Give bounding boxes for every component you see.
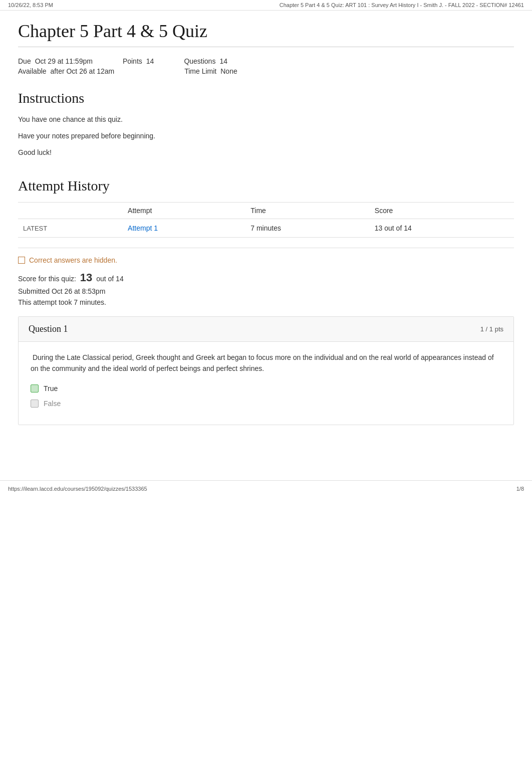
score-number: 13: [80, 271, 92, 284]
meta-due: Due Oct 29 at 11:59pm: [18, 57, 93, 65]
page-title: Chapter 5 Part 4 & 5 Quiz: [18, 21, 514, 47]
time-cell: 7 minutes: [245, 219, 370, 238]
points-label: Points: [123, 57, 142, 65]
question-1-header: Question 1 1 / 1 pts: [19, 317, 513, 342]
answer-true: True: [31, 384, 501, 393]
label-false: False: [44, 400, 61, 408]
main-content: Chapter 5 Part 4 & 5 Quiz Due Oct 29 at …: [0, 11, 532, 460]
question-1-points: 1 / 1 pts: [480, 325, 503, 333]
questions-value: 14: [219, 57, 227, 65]
radio-true[interactable]: [31, 384, 39, 393]
available-value: after Oct 26 at 12am: [51, 67, 115, 75]
latest-label: LATEST: [18, 219, 123, 238]
footer-page: 1/8: [516, 486, 524, 492]
meta-questions: Questions 14: [184, 57, 227, 65]
score-cell: 13 out of 14: [370, 219, 514, 238]
question-1-block: Question 1 1 / 1 pts During the Late Cla…: [18, 316, 514, 425]
attempt-history-heading: Attempt History: [18, 178, 514, 194]
browser-timestamp: 10/26/22, 8:53 PM: [8, 2, 53, 8]
answer-options: True False: [31, 384, 501, 408]
instructions-line-1: You have one chance at this quiz.: [18, 114, 514, 125]
attempt-1-link[interactable]: Attempt 1: [128, 224, 158, 232]
instructions-line-3: Good luck!: [18, 147, 514, 158]
question-1-body: During the Late Classical period, Greek …: [19, 342, 513, 425]
quiz-meta-row-1: Due Oct 29 at 11:59pm Points 14 Question…: [18, 57, 514, 65]
score-label: Score for this quiz:: [18, 275, 76, 283]
browser-page-title: Chapter 5 Part 4 & 5 Quiz: ART 101 : Sur…: [280, 2, 524, 8]
page-footer: https://ilearn.laccd.edu/courses/195092/…: [0, 480, 532, 497]
radio-false[interactable]: [31, 400, 39, 408]
points-value: 14: [146, 57, 154, 65]
attempt-history-section: Attempt History Attempt Time Score LATES…: [18, 178, 514, 238]
col-attempt: Attempt: [123, 203, 245, 219]
submitted-label: Submitted Oct 26 at 8:53pm: [18, 287, 514, 295]
correct-answers-text: Correct answers are hidden.: [29, 256, 117, 264]
time-limit-value: None: [220, 67, 237, 75]
meta-points: Points 14: [123, 57, 154, 65]
notice-icon: [18, 257, 25, 264]
col-time: Time: [245, 203, 370, 219]
correct-answers-notice: Correct answers are hidden.: [18, 256, 514, 264]
question-1-title: Question 1: [29, 324, 68, 334]
browser-bar: 10/26/22, 8:53 PM Chapter 5 Part 4 & 5 Q…: [0, 0, 532, 11]
quiz-meta: Due Oct 29 at 11:59pm Points 14 Question…: [18, 57, 514, 75]
label-true: True: [44, 384, 58, 393]
col-empty: [18, 203, 123, 219]
submission-info: Correct answers are hidden. Score for th…: [18, 248, 514, 306]
score-total: out of 14: [96, 275, 124, 283]
took-label: This attempt took 7 minutes.: [18, 298, 514, 306]
meta-available: Available after Oct 26 at 12am: [18, 67, 114, 75]
score-line: Score for this quiz: 13 out of 14: [18, 271, 514, 284]
due-value: Oct 29 at 11:59pm: [35, 57, 93, 65]
time-limit-label: Time Limit: [184, 67, 216, 75]
meta-time-limit: Time Limit None: [184, 67, 237, 75]
attempt-table: Attempt Time Score LATEST Attempt 1 7 mi…: [18, 202, 514, 238]
instructions-line-2: Have your notes prepared before beginnin…: [18, 131, 514, 141]
instructions-heading: Instructions: [18, 90, 514, 106]
col-score: Score: [370, 203, 514, 219]
answer-false: False: [31, 400, 501, 408]
table-row: LATEST Attempt 1 7 minutes 13 out of 14: [18, 219, 514, 238]
question-1-text: During the Late Classical period, Greek …: [31, 352, 501, 374]
footer-url: https://ilearn.laccd.edu/courses/195092/…: [8, 486, 147, 492]
available-label: Available: [18, 67, 47, 75]
quiz-meta-row-2: Available after Oct 26 at 12am Time Limi…: [18, 67, 514, 75]
due-label: Due: [18, 57, 31, 65]
attempt-cell: Attempt 1: [123, 219, 245, 238]
questions-label: Questions: [184, 57, 215, 65]
